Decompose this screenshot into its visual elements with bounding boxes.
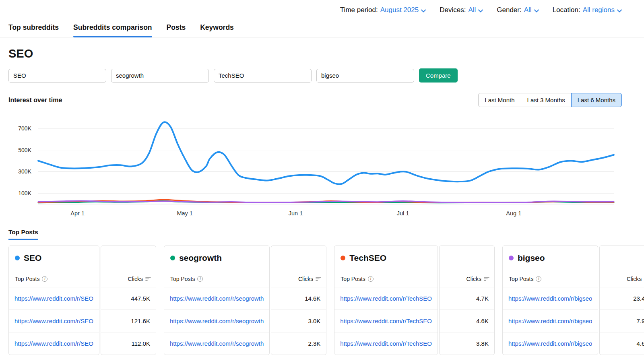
series-color-dot: [341, 256, 345, 260]
clicks-column-header[interactable]: Clicks: [466, 276, 489, 282]
post-row: https://www.reddit.com/r/SEO: [9, 332, 99, 355]
series-color-dot: [170, 256, 175, 260]
chart-svg[interactable]: [38, 118, 614, 204]
subreddit-name: bigseo: [518, 253, 545, 263]
y-tick-label: 300K: [18, 168, 31, 175]
clicks-value: 3.8K: [476, 340, 489, 347]
devices-filter[interactable]: Devices: All: [440, 6, 483, 14]
sort-icon[interactable]: [484, 277, 489, 281]
gender-value: All: [524, 6, 532, 14]
clicks-value: 2.3K: [308, 340, 320, 347]
post-link[interactable]: https://www.reddit.com/r/bigseo: [508, 295, 592, 302]
tab-subreddits-comparison[interactable]: Subreddits comparison: [73, 20, 152, 37]
compare-inputs-row: Compare: [8, 68, 644, 83]
clicks-value: 14.6K: [305, 295, 320, 302]
devices-label: Devices:: [440, 6, 466, 14]
clicks-value: 4.6K: [476, 318, 489, 324]
clicks-column-header[interactable]: Clicks: [627, 276, 644, 282]
post-link[interactable]: https://www.reddit.com/r/SEO: [14, 295, 93, 302]
tab-posts[interactable]: Posts: [167, 20, 186, 37]
info-icon[interactable]: i: [42, 276, 47, 282]
post-link[interactable]: https://www.reddit.com/r/bigseo: [508, 340, 592, 347]
post-link[interactable]: https://www.reddit.com/r/seogrowth: [170, 318, 264, 324]
post-link[interactable]: https://www.reddit.com/r/seogrowth: [170, 295, 264, 302]
chevron-down-icon: [478, 9, 483, 12]
info-icon[interactable]: i: [368, 276, 374, 282]
range-last-month[interactable]: Last Month: [478, 93, 521, 107]
devices-value: All: [468, 6, 476, 14]
gender-label: Gender:: [497, 6, 521, 14]
info-icon[interactable]: i: [536, 276, 541, 282]
sort-icon[interactable]: [145, 277, 151, 281]
y-tick-label: 500K: [18, 147, 31, 153]
subreddit-card-seogrowth: seogrowth Top Posts i https://www.reddit…: [164, 246, 326, 355]
post-row: https://www.reddit.com/r/seogrowth: [164, 332, 269, 355]
x-axis-labels: Apr 1May 1Jun 1Jul 1Aug 1: [38, 210, 614, 218]
clicks-value: 121.6K: [131, 318, 150, 324]
subreddit-title: SEO: [9, 246, 99, 263]
clicks-row: 7.9K: [600, 310, 644, 332]
subreddit-title: seogrowth: [164, 246, 269, 263]
post-row: https://www.reddit.com/r/seogrowth: [164, 310, 269, 332]
sort-icon[interactable]: [316, 277, 321, 281]
clicks-row: 4.7K: [440, 287, 494, 310]
post-link[interactable]: https://www.reddit.com/r/bigseo: [508, 318, 592, 324]
time-period-value: August 2025: [380, 6, 419, 14]
subreddit-name: SEO: [24, 253, 41, 263]
post-row: https://www.reddit.com/r/SEO: [9, 287, 99, 310]
subreddit-card-techseo: TechSEO Top Posts i https://www.reddit.c…: [334, 246, 495, 355]
time-period-filter[interactable]: Time period: August 2025: [340, 6, 426, 14]
chevron-down-icon: [617, 9, 622, 12]
chart-header: Interest over time Last Month Last 3 Mon…: [8, 93, 622, 107]
gender-filter[interactable]: Gender: All: [497, 6, 539, 14]
interest-over-time-chart: 700K500K300K100K Apr 1May 1Jun 1Jul 1Aug…: [0, 113, 644, 219]
post-row: https://www.reddit.com/r/bigseo: [503, 287, 598, 310]
location-value: All regions: [583, 6, 615, 14]
clicks-row: 447.5K: [101, 287, 156, 310]
post-link[interactable]: https://www.reddit.com/r/SEO: [14, 318, 93, 324]
clicks-row: 3.0K: [271, 310, 326, 332]
clicks-row: 2.3K: [271, 332, 326, 355]
series-line-seo: [38, 122, 614, 184]
post-row: https://www.reddit.com/r/TechSEO: [334, 310, 438, 332]
range-last-3-months[interactable]: Last 3 Months: [521, 93, 572, 107]
clicks-column-header[interactable]: Clicks: [298, 276, 321, 282]
posts-panel: TechSEO Top Posts i https://www.reddit.c…: [334, 246, 438, 355]
clicks-value: 23.4K: [633, 295, 644, 302]
page-title: SEO: [8, 47, 644, 60]
range-last-6-months[interactable]: Last 6 Months: [571, 93, 622, 107]
y-axis-labels: 700K500K300K100K: [0, 118, 31, 204]
post-link[interactable]: https://www.reddit.com/r/seogrowth: [170, 340, 264, 347]
info-icon[interactable]: i: [197, 276, 203, 282]
y-tick-label: 100K: [18, 190, 31, 196]
post-row: https://www.reddit.com/r/bigseo: [503, 332, 598, 355]
subreddit-input-2[interactable]: [111, 69, 209, 83]
post-link[interactable]: https://www.reddit.com/r/SEO: [14, 340, 93, 347]
location-filter[interactable]: Location: All regions: [553, 6, 622, 14]
subreddit-input-3[interactable]: [214, 69, 312, 83]
top-posts-column-header: Top Posts i: [15, 276, 47, 282]
subreddit-input-1[interactable]: [8, 69, 106, 83]
tab-keywords[interactable]: Keywords: [200, 20, 234, 37]
time-range-toggle: Last Month Last 3 Months Last 6 Months: [478, 93, 622, 107]
top-posts-header: Top Posts: [8, 229, 644, 240]
tab-top-subreddits[interactable]: Top subreddits: [8, 20, 59, 37]
clicks-value: 7.9K: [636, 318, 644, 324]
clicks-row: 3.8K: [440, 332, 494, 355]
compare-button[interactable]: Compare: [419, 68, 458, 83]
post-row: https://www.reddit.com/r/SEO: [9, 310, 99, 332]
posts-panel: SEO Top Posts i https://www.reddit.com/r…: [8, 246, 99, 355]
post-link[interactable]: https://www.reddit.com/r/TechSEO: [340, 318, 432, 324]
clicks-value: 112.0K: [131, 340, 150, 347]
post-link[interactable]: https://www.reddit.com/r/TechSEO: [340, 295, 432, 302]
subreddit-card-bigseo: bigseo Top Posts i https://www.reddit.co…: [502, 246, 644, 355]
subreddit-title: bigseo: [503, 246, 598, 263]
clicks-value: 4.7K: [476, 295, 489, 302]
clicks-column-header[interactable]: Clicks: [128, 276, 151, 282]
post-row: https://www.reddit.com/r/TechSEO: [334, 332, 438, 355]
clicks-row: 14.6K: [271, 287, 326, 310]
clicks-row: 4.6K: [600, 332, 644, 355]
post-link[interactable]: https://www.reddit.com/r/TechSEO: [340, 340, 432, 347]
top-posts-tab[interactable]: Top Posts: [8, 229, 38, 240]
subreddit-input-4[interactable]: [316, 69, 414, 83]
